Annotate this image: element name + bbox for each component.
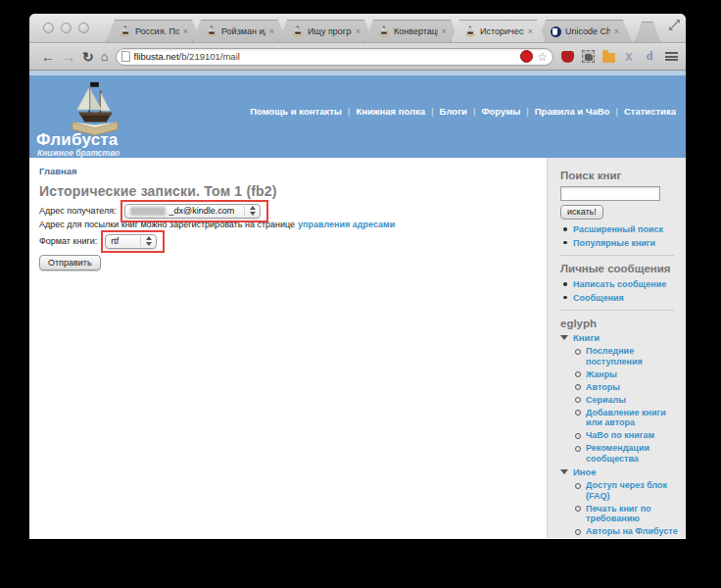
tab-close-icon[interactable]: × — [183, 27, 188, 36]
bookmark-star-icon[interactable]: ☆ — [537, 51, 548, 63]
list-item: Последние поступления — [574, 346, 678, 367]
authors-link[interactable]: Авторы — [586, 382, 620, 392]
delicious-extension-icon[interactable]: d — [643, 50, 656, 64]
tab-strip: Россия. Полное з × Ройзман идет в м × Ищ… — [106, 20, 662, 42]
list-item: Жанры — [574, 369, 678, 380]
evernote-extension-icon[interactable] — [581, 50, 595, 64]
site-header: Флибуста Книжное братство Помощь и конта… — [29, 75, 686, 158]
address-bar[interactable]: flibusta.net/b/219101/mail ☆ — [116, 48, 553, 66]
chevron-down-icon — [560, 335, 568, 340]
page-favicon-icon — [121, 51, 130, 62]
popular-books-link[interactable]: Популярные книги — [573, 238, 655, 248]
xmarks-extension-icon[interactable]: X — [622, 50, 636, 64]
print-on-demand-link[interactable]: Печать книг по требованию — [586, 504, 651, 524]
list-item: Авторы на Флибусте — [574, 526, 678, 537]
nav-statistics[interactable]: Статистика — [624, 106, 676, 117]
recipient-select[interactable]: _dx@kindle.com — [124, 204, 262, 219]
nav-separator: | — [348, 106, 350, 117]
messages-link[interactable]: Сообщения — [573, 293, 624, 303]
recipient-value: _dx@kindle.com — [169, 206, 235, 216]
tab-roizman[interactable]: Ройзман идет в м × — [192, 20, 287, 42]
fullscreen-icon[interactable] — [668, 19, 681, 31]
format-value: rtf — [111, 236, 130, 246]
adblock-icon[interactable] — [520, 50, 533, 63]
other-section-toggle[interactable]: Иное — [560, 466, 678, 477]
community-recommendations-link[interactable]: Рекомендации сообщества — [586, 443, 649, 464]
folder-glyph — [602, 53, 615, 63]
tab-title: Ищу программу н — [308, 26, 352, 36]
search-input[interactable] — [560, 186, 660, 201]
nav-blogs[interactable]: Блоги — [440, 106, 467, 117]
list-item: Написать сообщение — [560, 279, 678, 290]
other-section-link[interactable]: Иное — [573, 466, 597, 477]
tab-close-icon[interactable]: × — [356, 27, 360, 36]
flibusta-favicon-icon — [464, 25, 476, 37]
series-link[interactable]: Сериалы — [586, 395, 626, 405]
books-section-link[interactable]: Книги — [573, 332, 600, 343]
home-button[interactable]: ⌂ — [101, 49, 109, 64]
recipient-label: Адрес получателя: — [39, 206, 117, 216]
books-faq-link[interactable]: ЧаВо по книгам — [586, 430, 654, 440]
nav-help-contacts[interactable]: Помощь и контакты — [250, 106, 342, 117]
tab-istoricheskie-zapiski-active[interactable]: Исторические зап × — [451, 20, 546, 42]
back-button[interactable]: ← — [41, 50, 55, 64]
add-book-author-link[interactable]: Добавление книги или автора — [586, 408, 666, 428]
forward-button[interactable]: → — [62, 50, 75, 64]
annotation-box-format: rtf — [101, 230, 165, 253]
breadcrumb-home-link[interactable]: Главная — [39, 166, 77, 176]
browser-window: Россия. Полное з × Ройзман идет в м × Ищ… — [29, 14, 686, 539]
flibusta-favicon-icon — [120, 25, 131, 37]
genres-link[interactable]: Жанры — [586, 369, 617, 379]
tab-close-icon[interactable]: × — [614, 27, 619, 36]
search-section-title: Поиск книг — [560, 170, 678, 181]
search-button[interactable]: искать! — [560, 205, 603, 220]
close-window-button[interactable] — [43, 23, 54, 33]
send-button[interactable]: Отправить — [39, 255, 101, 270]
main-content: Главная Исторические записки. Том 1 (fb2… — [29, 158, 547, 538]
tab-unicode-character[interactable]: Unicode Characte × — [537, 20, 632, 42]
access-faq-link[interactable]: Доступ через блок (FAQ) — [586, 480, 667, 501]
reload-button[interactable]: ↻ — [82, 50, 94, 64]
list-item: Авторы — [574, 382, 678, 393]
pocket-glyph — [561, 51, 574, 63]
list-item: Популярные книги — [560, 238, 678, 249]
tab-title: Исторические зап — [480, 26, 524, 36]
username-title: eglyph — [560, 318, 678, 329]
nav-bookshelf[interactable]: Книжная полка — [356, 106, 425, 117]
sidebar: Поиск книг искать! Расширенный поиск Поп… — [547, 158, 686, 538]
tab-close-icon[interactable]: × — [528, 27, 533, 36]
list-item: Сериалы — [574, 395, 678, 406]
nav-separator: | — [473, 106, 475, 117]
chrome-menu-icon[interactable] — [665, 52, 678, 61]
divider — [560, 310, 674, 311]
manage-addresses-link[interactable]: управления адресами — [298, 220, 395, 229]
tab-konvertatsiya[interactable]: Конвертация кни × — [364, 20, 459, 42]
tab-close-icon[interactable]: × — [269, 27, 274, 36]
url-path: /b/219101/mail — [179, 51, 240, 62]
minimize-window-button[interactable] — [61, 23, 72, 33]
window-titlebar[interactable]: Россия. Полное з × Ройзман идет в м × Ищ… — [29, 14, 686, 43]
tab-close-icon[interactable]: × — [442, 27, 447, 36]
nav-forums[interactable]: Форумы — [481, 106, 520, 117]
zoom-window-button[interactable] — [78, 23, 89, 33]
unicode-favicon-icon — [551, 26, 561, 37]
books-section-toggle[interactable]: Книги — [560, 332, 678, 343]
flibusta-favicon-icon — [206, 25, 217, 37]
nav-rules-faq[interactable]: Правила и ЧаВо — [535, 106, 610, 117]
new-tab-button[interactable] — [635, 22, 660, 42]
browser-toolbar: ← → ↻ ⌂ flibusta.net/b/219101/mail ☆ X d — [29, 43, 686, 71]
flibusta-logo-icon — [63, 79, 127, 138]
format-select[interactable]: rtf — [105, 234, 157, 249]
folder-extension-icon[interactable] — [601, 50, 615, 64]
latest-additions-link[interactable]: Последние поступления — [586, 346, 643, 367]
advanced-search-link[interactable]: Расширенный поиск — [573, 224, 663, 234]
tab-ishchu-programmu[interactable]: Ищу программу н × — [278, 20, 373, 42]
authors-on-flibusta-link[interactable]: Авторы на Флибусте — [586, 526, 678, 536]
divider — [560, 255, 674, 256]
address-note-text: Адрес для посылки книг можно зарегистрир… — [39, 220, 295, 229]
write-message-link[interactable]: Написать сообщение — [573, 279, 666, 289]
pocket-extension-icon[interactable] — [560, 50, 574, 64]
tab-rossiya[interactable]: Россия. Полное з × — [106, 20, 201, 42]
url-text[interactable]: flibusta.net/b/219101/mail — [134, 51, 517, 62]
chevron-down-icon — [560, 469, 568, 474]
